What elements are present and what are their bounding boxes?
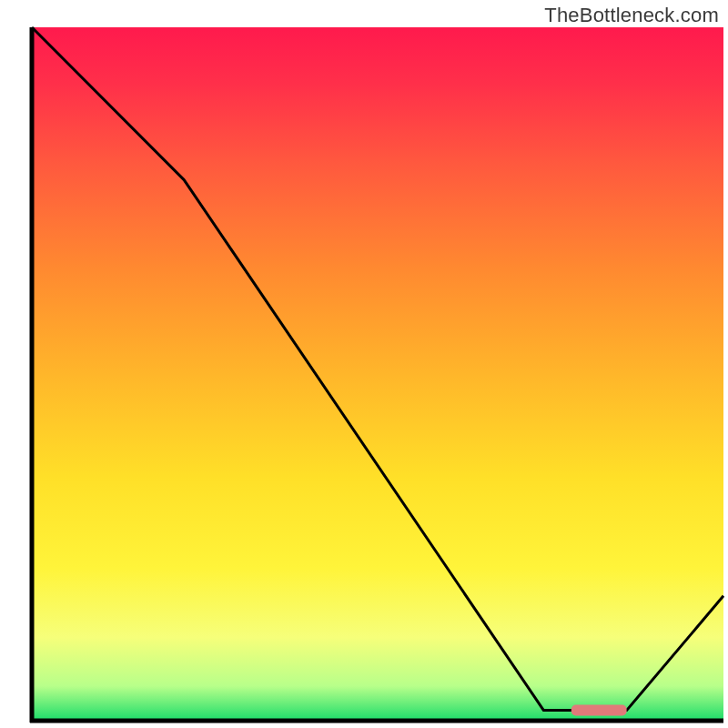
bottleneck-chart <box>0 0 728 728</box>
optimal-marker <box>571 705 627 716</box>
watermark-text: TheBottleneck.com <box>544 4 719 27</box>
